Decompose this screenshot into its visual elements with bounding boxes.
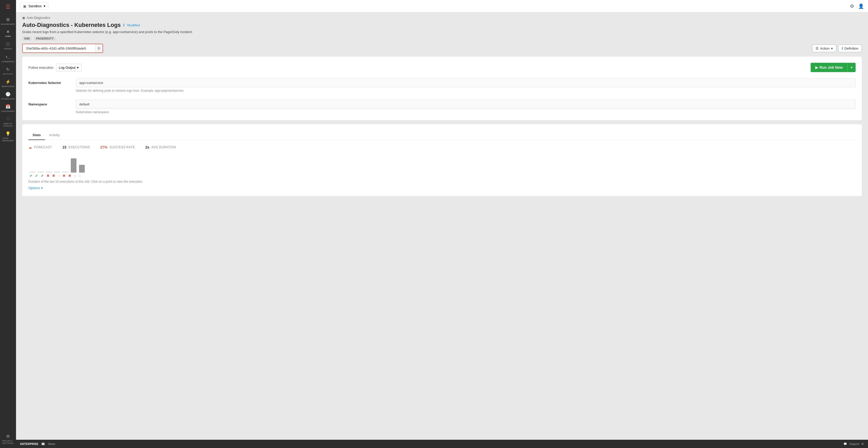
sidebar-item-label: Calendars [1,110,15,112]
sidebar-item-activity[interactable]: ↻ Activity [0,64,16,77]
follow-select[interactable]: Log Output ▾ [56,64,82,71]
exec-icon-4[interactable]: ✖ [46,174,50,178]
sidebar-item-label: Schedules [1,98,15,100]
chevron-down-icon: ▾ [831,47,833,50]
namespace-label: Namespace [28,100,70,106]
sidebar: ☰ ⊞ Dashboard ≡ Jobs ⬡ Nodes ›_ Commands… [0,0,16,448]
kubernetes-selector-hint: Selector for defining pods to retrieve l… [76,89,856,92]
exec-icon-3[interactable]: ✔ [41,174,44,178]
definition-button[interactable]: ℹ Definition [838,44,862,52]
namespace-input[interactable] [76,100,856,109]
kubernetes-selector-input[interactable] [76,78,856,87]
action-icon: ☰ [815,47,819,50]
chevron-down-icon: ▾ [44,4,45,8]
run-job-group: ▶ Run Job Now ▾ [811,63,856,72]
breadcrumb-text: Auto-Diagnostics [27,16,50,20]
exec-icon-1[interactable]: ✔ [29,174,33,178]
run-job-dropdown-button[interactable]: ▾ [847,63,856,72]
sidebar-item-commands[interactable]: ›_ Commands [0,52,16,64]
breadcrumb: ▣ Auto-Diagnostics [22,16,862,20]
exec-icon-10[interactable]: ○ [79,174,81,178]
uuid-row: ⎘ ☰ Action ▾ ℹ Definition [16,44,868,57]
exec-icon-9[interactable]: ○ [74,174,76,178]
dashboard-icon: ⊞ [6,17,10,22]
sidebar-item-dashboard[interactable]: ⊞ Dashboard [0,14,16,27]
header-actions: ☰ Action ▾ ℹ Definition [812,44,862,52]
topbar: ▣ Sandbox ▾ ⚙ 👤 [16,0,868,12]
sidebar-item-schedules[interactable]: 🕐 Schedules [0,89,16,101]
project-selector[interactable]: ▣ Sandbox ▾ [20,3,48,10]
chart-bars-row [28,154,856,173]
bar-dash [38,172,43,173]
bar-dash [54,172,60,173]
chevron-down-icon: ▾ [851,65,852,69]
sidebar-item-label: ProjectSettings [2,440,14,444]
health-checks-icon: ♡ [6,117,10,121]
chevron-down-icon: ▾ [77,66,79,69]
sidebar-top: ☰ [0,0,16,13]
user-icon[interactable]: 👤 [858,3,864,9]
page-description: Grabs recent logs from a specified Kuber… [22,30,862,34]
sidebar-item-jobs[interactable]: ≡ Jobs [0,27,16,39]
sidebar-item-label: Webhooks [1,85,14,88]
exec-icon-6[interactable]: ○ [58,174,60,178]
news-icon: 📰 [41,442,45,446]
support-label[interactable]: Support [849,442,859,445]
sidebar-item-calendars[interactable]: 📅 Calendars [0,101,16,114]
options-chevron: ▾ [41,186,43,190]
sidebar-item-nodes[interactable]: ⬡ Nodes [0,39,16,52]
exec-icon-7[interactable]: ✖ [63,174,66,178]
success-rate-value: 27% [100,145,107,149]
namespace-right: Kubernetes namespace. [76,100,856,114]
exec-icon-8[interactable]: ✖ [68,174,71,178]
news-label[interactable]: News [48,442,55,445]
bottom-bar: ENTERPRISE 📰 News 💬 Support ⚙ [16,440,868,448]
bar-col-1 [29,172,35,173]
tab-stats[interactable]: Stats [28,130,45,140]
page-title-row: Auto-Diagnostics - Kubernetes Logs ℹ Mod… [22,22,862,28]
tab-activity[interactable]: Activity [45,130,64,140]
bar-rect-medium[interactable] [79,165,85,173]
uuid-input[interactable] [23,44,95,53]
content-area: ▣ Auto-Diagnostics Auto-Diagnostics - Ku… [16,12,868,440]
success-rate-stat: 27% SUCCESS RATE [100,145,135,149]
bar-col-4 [54,172,60,173]
run-job-button[interactable]: ▶ Run Job Now [811,63,847,72]
main-area: ▣ Sandbox ▾ ⚙ 👤 ▣ Auto-Diagnostics Auto-… [16,0,868,448]
exec-icon-2[interactable]: ✔ [35,174,38,178]
bottom-settings-icon[interactable]: ⚙ [861,442,864,446]
bar-col-3 [46,172,52,173]
sidebar-item-label: Commands [1,60,15,63]
execution-icons-row: ✔ ✔ ✔ ✖ ✖ ○ ✖ ✖ ○ ○ [28,174,856,178]
exec-icon-5[interactable]: ✖ [52,174,55,178]
follow-execution-group: Follow execution Log Output ▾ [28,64,82,71]
kubernetes-selector-right: Selector for defining pods to retrieve l… [76,78,856,92]
sidebar-item-webhooks[interactable]: ⚡ Webhooks [0,77,16,89]
options-link[interactable]: Options ▾ [28,186,856,190]
sidebar-item-tour-manager[interactable]: 💡 TourManager [0,129,16,143]
bar-dash [46,172,52,173]
sidebar-item-label: Nodes [4,48,12,50]
hamburger-icon[interactable]: ☰ [6,4,10,10]
follow-value: Log Output [59,66,75,69]
sidebar-item-health-checks[interactable]: ♡ HealthChecks [0,114,16,129]
uuid-copy-button[interactable]: ⎘ [95,44,102,53]
sidebar-item-label: HealthChecks [3,122,13,127]
action-button[interactable]: ☰ Action ▾ [812,44,836,52]
bar-col-6 [71,158,76,173]
options-label: Options [28,186,40,190]
chart-wrapper: ✔ ✔ ✔ ✖ ✖ ○ ✖ ✖ ○ ○ Duration of the last… [28,154,856,190]
sidebar-item-project-settings[interactable]: ⚙ ProjectSettings [0,431,16,446]
info-icon: ℹ [123,23,125,27]
bar-col-5 [63,172,68,173]
tags-row: K8S PAGERDUTY [22,36,862,40]
settings-icon[interactable]: ⚙ [850,3,854,9]
run-icon: ▶ [815,65,818,69]
bar-rect-tall[interactable] [71,158,76,173]
tag-pagerduty: PAGERDUTY [34,36,56,40]
definition-label: Definition [844,47,859,50]
bar-col-7 [79,165,85,173]
modified-badge: Modified [127,23,140,27]
bar-dash [63,172,68,173]
definition-icon: ℹ [842,46,843,50]
